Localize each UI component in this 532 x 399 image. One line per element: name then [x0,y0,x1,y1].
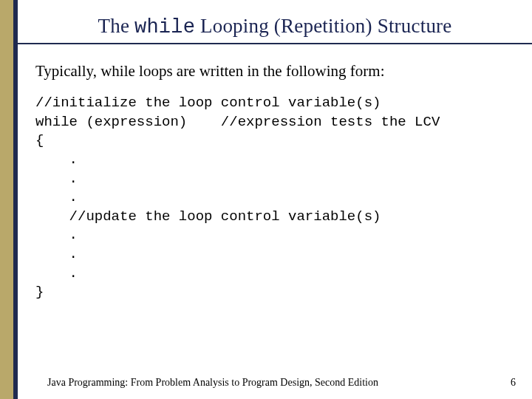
title-post: Looping (Repetition) Structure [195,15,451,37]
side-stripe-gold [0,0,13,399]
side-stripe [0,0,18,399]
footer-text: Java Programming: From Problem Analysis … [47,377,378,389]
title-mono: while [134,16,195,38]
intro-text: Typically, while loops are written in th… [35,62,511,81]
title-pre: The [98,15,135,37]
slide-title: The while Looping (Repetition) Structure [18,0,532,43]
code-block: //initialize the loop control variable(s… [35,94,511,302]
slide-body: Typically, while loops are written in th… [18,62,532,302]
title-underline [18,43,532,44]
slide-content: The while Looping (Repetition) Structure… [18,0,532,399]
page-number: 6 [511,377,516,389]
